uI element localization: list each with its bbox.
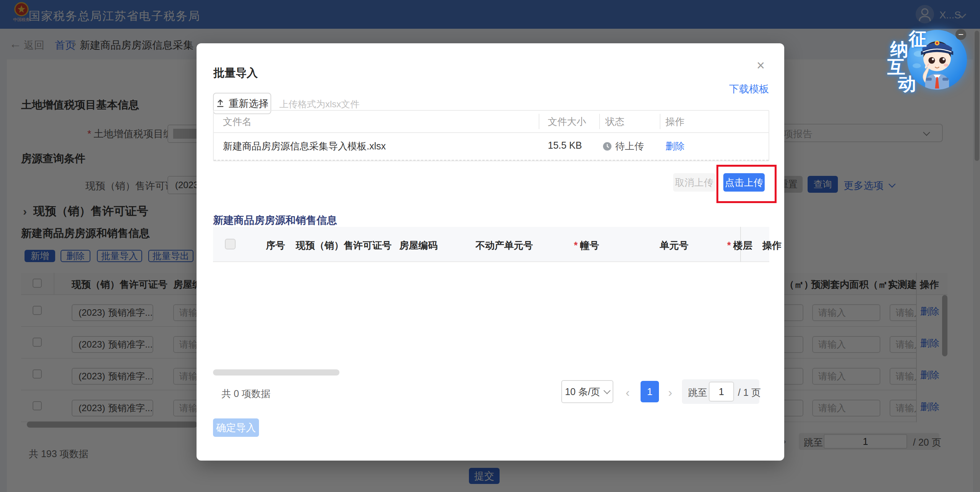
confirm-import-button: 确定导入 [213,418,259,437]
grid-title: 新建商品房房源和销售信息 [213,213,337,227]
page-1-button[interactable]: 1 [641,381,659,402]
reselect-label: 重新选择 [229,97,269,110]
grid-col-7: *楼层 [727,239,752,252]
file-table: 文件名 文件大小 状态 操作 新建商品房房源信息采集导入模板.xlsx 15.5… [213,110,769,161]
upload-format-hint: 上传格式为xlsx文件 [279,98,359,110]
required-asterisk: * [727,240,731,251]
download-template-link[interactable]: 下载模板 [729,82,769,96]
clock-pending-icon [602,141,612,151]
modal-title: 批量导入 [213,66,258,81]
file-name: 新建商品房房源信息采集导入模板.xlsx [223,140,386,153]
next-page-icon[interactable]: › [668,385,672,400]
grid-col-8: 操作 [762,239,782,252]
chevron-down-icon [604,387,611,394]
grid-select-all-checkbox[interactable] [225,239,236,249]
cancel-upload-button: 取消上传 [673,173,715,192]
grid-col-2: 现预（销）售许可证号 [296,239,392,252]
file-col-name: 文件名 [223,111,252,132]
required-asterisk: * [574,240,578,251]
widget-char-zheng: 征 [909,27,927,51]
widget-minimize-button[interactable]: − [955,29,966,40]
batch-import-modal: 批量导入 × 重新选择 上传格式为xlsx文件 下载模板 文件名 文件大小 状态… [197,43,784,461]
grid-header: 序号现预（销）售许可证号房屋编码不动产单元号*幢号单元号*楼层操作 [213,227,769,262]
grid-total-count: 共 0 项数据 [221,387,270,400]
widget-char-dong: 动 [898,72,916,96]
page-size-select[interactable]: 10 条/页 [561,380,613,403]
total-pages: / 1 页 [738,386,761,399]
grid-col-6: 单元号 [660,239,688,252]
tutorial-highlight-box [716,165,777,203]
upload-icon [216,99,225,108]
file-col-status: 状态 [605,111,624,132]
interaction-widget[interactable]: 征 纳 互 动 − [885,24,973,95]
prev-page-icon[interactable]: ‹ [626,385,630,400]
file-col-size: 文件大小 [548,111,586,132]
grid-horizontal-scrollbar[interactable] [213,369,339,376]
file-delete-link[interactable]: 删除 [665,140,685,153]
close-icon[interactable]: × [757,59,765,72]
jump-page-input[interactable]: 1 [709,382,734,402]
grid-col-1: 序号 [266,239,285,252]
jump-label: 跳至 [688,386,707,399]
file-size: 15.5 KB [548,140,582,151]
file-status: 待上传 [615,140,644,153]
grid-col-4: 不动产单元号 [475,239,533,252]
page-size-value: 10 条/页 [565,385,600,398]
screen: 中国税务 国家税务总局江苏省电子税务局 X...S ← 返回 首页 › 新建商品… [0,0,980,492]
file-col-action: 操作 [665,111,685,132]
file-row: 新建商品房房源信息采集导入模板.xlsx 15.5 KB 待上传 删除 [214,133,769,161]
grid-col-5: *幢号 [574,239,599,252]
grid-col-3: 房屋编码 [399,239,438,252]
